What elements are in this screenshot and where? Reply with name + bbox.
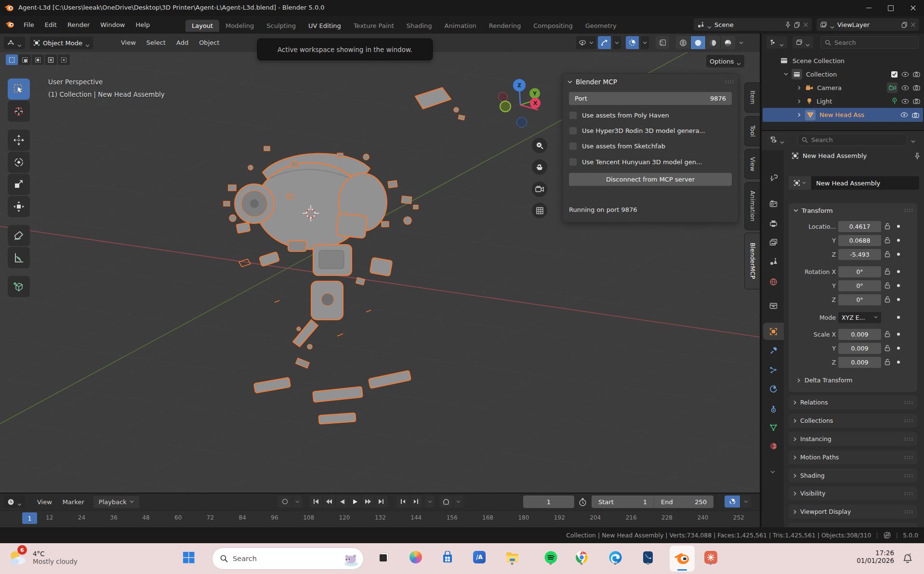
sidebar-tab-view[interactable]: View [744,149,760,179]
unlink-scene-icon[interactable] [803,22,808,27]
options-button[interactable]: Options [706,55,744,67]
timeline-editor-type-button[interactable] [4,496,25,508]
select-mode-paint[interactable] [58,54,70,65]
hide-viewport-eye-icon[interactable] [901,85,909,91]
unlock-icon[interactable] [884,296,890,303]
camera-view-button[interactable] [532,182,547,197]
proportional-editing-toggle[interactable] [626,36,639,49]
tab-object[interactable] [763,323,784,340]
end-frame-field[interactable]: End250 [654,496,713,508]
timeline-menu-view[interactable]: View [32,498,57,506]
mcp-port-field[interactable]: Port 9876 [569,92,732,105]
remove-viewlayer-icon[interactable] [911,22,916,27]
animate-dot[interactable] [897,225,900,228]
object-name-field[interactable]: New Head Assembly [811,176,919,190]
workspace-tab-shading[interactable]: Shading [400,20,438,32]
tab-modifiers[interactable] [763,342,784,359]
proportional-dropdown[interactable] [641,36,649,49]
mcp-disconnect-button[interactable]: Disconnect from MCP server [569,173,732,186]
scale-x-row[interactable]: Scale X0.009 [789,328,917,340]
gizmo-axis-z[interactable]: Z [513,79,526,91]
outliner-row-light[interactable]: Light [762,94,924,108]
unlock-icon[interactable] [884,237,890,244]
sidebar-tab-item[interactable]: Item [744,82,760,113]
copilot-icon[interactable] [407,548,425,566]
panel-instancing[interactable]: Instancing [789,432,917,446]
shading-dropdown[interactable] [737,41,745,44]
gizmo-axis-z-neg[interactable] [516,117,527,128]
keying-set-dropdown[interactable] [292,496,302,508]
tab-view-layer[interactable] [763,234,784,251]
shading-rendered-button[interactable] [721,36,735,49]
visibility-dropdown[interactable] [576,36,596,49]
expand-chevron-icon[interactable] [797,86,802,90]
outliner-row-new-head-assembly[interactable]: New Head Ass [763,108,923,122]
frame-step-back-button[interactable] [396,496,409,508]
collection-checkbox[interactable] [891,71,898,78]
outliner-display-mode-button[interactable] [766,36,787,49]
location-y-row[interactable]: Y0.0688 [789,234,917,247]
rotation-y-row[interactable]: Y0° [789,279,917,292]
unlock-icon[interactable] [884,345,890,352]
animate-dot[interactable] [897,333,900,336]
transform-collapse-icon[interactable] [793,209,798,212]
tab-material[interactable] [763,437,784,455]
select-mode-circle[interactable] [32,54,44,65]
phone-link-icon[interactable] [639,548,657,566]
animate-dot[interactable] [897,253,900,256]
start-button[interactable] [179,548,198,566]
pin-id-icon[interactable] [914,153,921,159]
taskbar-search[interactable]: Search [212,548,364,570]
unlock-icon[interactable] [884,251,890,258]
tool-cursor[interactable] [8,101,30,122]
menu-render[interactable]: Render [62,21,95,28]
hide-viewport-eye-icon[interactable] [901,99,909,104]
expand-chevron-icon[interactable] [797,113,802,117]
tool-measure[interactable] [8,247,30,268]
blender-taskbar-icon[interactable] [670,546,695,572]
panel-collections[interactable]: Collections [789,414,917,428]
panel-visibility[interactable]: Visibility [789,486,917,500]
menu-file[interactable]: File [18,21,40,28]
rotation-mode-dropdown[interactable]: XYZ E... [838,312,881,323]
navigation-gizmo[interactable]: Z Y X [488,65,551,137]
panel-drag-grip[interactable] [725,80,733,84]
scale-y-row[interactable]: Y0.009 [789,342,917,354]
mcp-checkbox-hyper3d[interactable]: Use Hyper3D Rodin 3D model genera... [569,127,732,135]
minimize-button[interactable] [858,0,880,16]
sidebar-tab-blendermcp[interactable]: BlenderMCP [744,233,760,289]
file-explorer-icon[interactable] [503,548,521,566]
menu-edit[interactable]: Edit [40,21,62,28]
next-keyframe-button[interactable] [362,496,375,508]
tab-constraints[interactable] [763,400,784,417]
animate-dot[interactable] [897,347,900,350]
notification-bell-icon[interactable]: zz [901,552,913,566]
viewport-menu-object[interactable]: Object [194,39,224,46]
tab-object-data[interactable] [763,419,784,436]
tool-add-cube[interactable] [8,276,30,297]
unlock-icon[interactable] [884,268,890,275]
gizmo-axis-y-neg[interactable] [500,101,511,112]
taskbar-clock[interactable]: 17:26 01/01/2026 [857,549,894,564]
mcp-checkbox-hunyuan[interactable]: Use Tencent Hunyuan 3D model gen... [569,158,732,166]
toggle-ortho-button[interactable] [532,203,547,218]
expand-chevron-icon[interactable] [797,99,802,104]
tool-move[interactable] [8,130,30,151]
outliner-search[interactable]: Search [820,36,919,49]
outliner-row-camera[interactable]: Camera [762,81,924,94]
tab-world[interactable] [763,273,784,290]
workspace-tab-compositing[interactable]: Compositing [527,20,579,32]
disable-render-camera-icon[interactable] [913,71,920,77]
disable-render-camera-icon[interactable] [913,85,920,91]
maximize-button[interactable] [880,0,902,16]
new-scene-icon[interactable] [794,22,800,28]
tool-select-box[interactable] [8,78,30,100]
gizmo-axis-x[interactable]: X [530,98,541,108]
delta-transform-toggle[interactable]: Delta Transform [797,377,853,384]
sidebar-tab-animation[interactable]: Animation [744,182,760,230]
viewlayer-selector[interactable]: ViewLayer [817,18,919,31]
editor-type-button[interactable] [4,37,25,49]
hide-viewport-eye-icon[interactable] [900,112,908,117]
workspace-tab-animation[interactable]: Animation [438,20,483,32]
app-icon-starburst[interactable] [701,548,720,566]
